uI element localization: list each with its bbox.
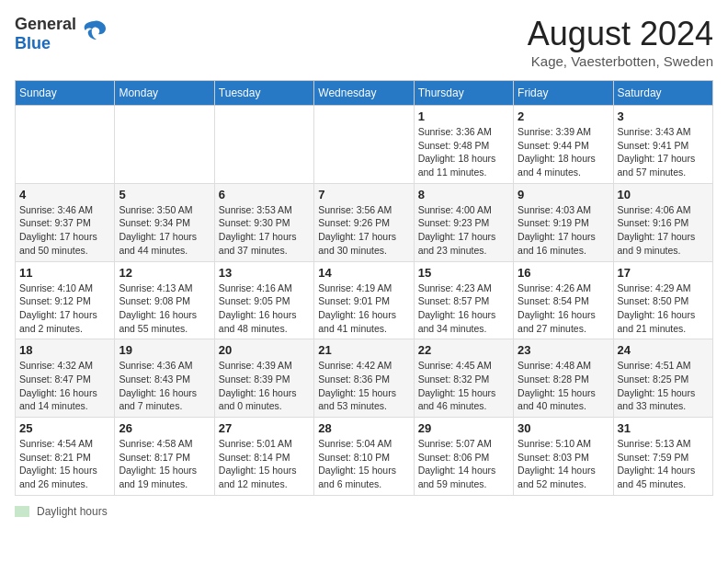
calendar-day-cell: 4Sunrise: 3:46 AM Sunset: 9:37 PM Daylig… xyxy=(16,183,115,261)
calendar-week-row: 1Sunrise: 3:36 AM Sunset: 9:48 PM Daylig… xyxy=(16,106,713,184)
day-number: 2 xyxy=(518,109,609,123)
calendar-day-cell: 26Sunrise: 4:58 AM Sunset: 8:17 PM Dayli… xyxy=(115,418,214,496)
calendar-week-row: 18Sunrise: 4:32 AM Sunset: 8:47 PM Dayli… xyxy=(16,339,713,418)
calendar-day-cell: 11Sunrise: 4:10 AM Sunset: 9:12 PM Dayli… xyxy=(16,261,115,339)
calendar-header-thursday: Thursday xyxy=(414,81,513,106)
calendar-day-cell: 23Sunrise: 4:48 AM Sunset: 8:28 PM Dayli… xyxy=(514,339,613,418)
day-info: Sunrise: 4:13 AM Sunset: 9:08 PM Dayligh… xyxy=(119,282,210,336)
day-number: 28 xyxy=(318,421,409,435)
day-info: Sunrise: 4:16 AM Sunset: 9:05 PM Dayligh… xyxy=(219,282,310,336)
day-info: Sunrise: 4:36 AM Sunset: 8:43 PM Dayligh… xyxy=(119,359,210,413)
calendar-day-cell: 18Sunrise: 4:32 AM Sunset: 8:47 PM Dayli… xyxy=(16,339,115,418)
day-number: 17 xyxy=(618,266,709,280)
calendar-table: SundayMondayTuesdayWednesdayThursdayFrid… xyxy=(15,80,713,496)
day-info: Sunrise: 5:04 AM Sunset: 8:10 PM Dayligh… xyxy=(318,437,409,491)
day-number: 25 xyxy=(19,421,110,435)
daylight-legend-color xyxy=(15,506,29,517)
day-info: Sunrise: 4:26 AM Sunset: 8:54 PM Dayligh… xyxy=(518,282,609,336)
calendar-day-cell: 10Sunrise: 4:06 AM Sunset: 9:16 PM Dayli… xyxy=(613,183,712,261)
calendar-header-friday: Friday xyxy=(514,81,613,106)
day-number: 5 xyxy=(119,188,210,201)
calendar-day-cell: 28Sunrise: 5:04 AM Sunset: 8:10 PM Dayli… xyxy=(314,418,414,496)
daylight-label: Daylight hours xyxy=(37,505,108,518)
day-number: 24 xyxy=(618,343,709,357)
day-number: 9 xyxy=(518,188,609,201)
calendar-day-cell: 2Sunrise: 3:39 AM Sunset: 9:44 PM Daylig… xyxy=(514,106,613,184)
day-number: 16 xyxy=(518,266,609,280)
day-info: Sunrise: 3:56 AM Sunset: 9:26 PM Dayligh… xyxy=(318,203,409,258)
day-number: 20 xyxy=(219,343,310,357)
page-title: August 2024 xyxy=(528,15,713,53)
day-info: Sunrise: 4:00 AM Sunset: 9:23 PM Dayligh… xyxy=(418,203,509,258)
calendar-day-cell xyxy=(16,106,115,184)
calendar-header-tuesday: Tuesday xyxy=(214,81,313,106)
calendar-day-cell: 15Sunrise: 4:23 AM Sunset: 8:57 PM Dayli… xyxy=(414,261,513,339)
day-info: Sunrise: 3:50 AM Sunset: 9:34 PM Dayligh… xyxy=(119,203,210,258)
calendar-day-cell: 8Sunrise: 4:00 AM Sunset: 9:23 PM Daylig… xyxy=(414,183,513,261)
calendar-day-cell: 19Sunrise: 4:36 AM Sunset: 8:43 PM Dayli… xyxy=(115,339,214,418)
day-number: 1 xyxy=(418,109,509,123)
day-number: 15 xyxy=(418,266,509,280)
header: General Blue August 2024 Kage, Vaesterbo… xyxy=(15,15,713,69)
day-info: Sunrise: 3:39 AM Sunset: 9:44 PM Dayligh… xyxy=(518,125,609,179)
calendar-day-cell: 14Sunrise: 4:19 AM Sunset: 9:01 PM Dayli… xyxy=(314,261,414,339)
day-info: Sunrise: 4:51 AM Sunset: 8:25 PM Dayligh… xyxy=(618,359,709,413)
calendar-day-cell: 31Sunrise: 5:13 AM Sunset: 7:59 PM Dayli… xyxy=(613,418,712,496)
calendar-day-cell: 16Sunrise: 4:26 AM Sunset: 8:54 PM Dayli… xyxy=(514,261,613,339)
calendar-day-cell xyxy=(115,106,214,184)
day-number: 6 xyxy=(219,188,310,201)
day-info: Sunrise: 4:45 AM Sunset: 8:32 PM Dayligh… xyxy=(418,359,509,413)
day-info: Sunrise: 4:10 AM Sunset: 9:12 PM Dayligh… xyxy=(19,282,110,336)
calendar-day-cell: 7Sunrise: 3:56 AM Sunset: 9:26 PM Daylig… xyxy=(314,183,414,261)
day-info: Sunrise: 5:07 AM Sunset: 8:06 PM Dayligh… xyxy=(418,437,509,491)
day-number: 8 xyxy=(418,188,509,201)
calendar-day-cell: 29Sunrise: 5:07 AM Sunset: 8:06 PM Dayli… xyxy=(414,418,513,496)
calendar-day-cell: 20Sunrise: 4:39 AM Sunset: 8:39 PM Dayli… xyxy=(214,339,313,418)
calendar-day-cell: 9Sunrise: 4:03 AM Sunset: 9:19 PM Daylig… xyxy=(514,183,613,261)
day-number: 11 xyxy=(19,266,110,280)
day-number: 31 xyxy=(618,421,709,435)
day-info: Sunrise: 3:46 AM Sunset: 9:37 PM Dayligh… xyxy=(19,203,110,258)
day-info: Sunrise: 4:58 AM Sunset: 8:17 PM Dayligh… xyxy=(119,437,210,491)
calendar-day-cell xyxy=(214,106,313,184)
calendar-day-cell: 12Sunrise: 4:13 AM Sunset: 9:08 PM Dayli… xyxy=(115,261,214,339)
day-info: Sunrise: 3:43 AM Sunset: 9:41 PM Dayligh… xyxy=(618,125,709,179)
day-info: Sunrise: 4:42 AM Sunset: 8:36 PM Dayligh… xyxy=(318,359,409,413)
title-area: August 2024 Kage, Vaesterbotten, Sweden xyxy=(528,15,713,69)
calendar-week-row: 4Sunrise: 3:46 AM Sunset: 9:37 PM Daylig… xyxy=(16,183,713,261)
day-info: Sunrise: 4:48 AM Sunset: 8:28 PM Dayligh… xyxy=(518,359,609,413)
day-number: 10 xyxy=(618,188,709,201)
calendar-day-cell: 25Sunrise: 4:54 AM Sunset: 8:21 PM Dayli… xyxy=(16,418,115,496)
calendar-day-cell: 1Sunrise: 3:36 AM Sunset: 9:48 PM Daylig… xyxy=(414,106,513,184)
day-info: Sunrise: 3:53 AM Sunset: 9:30 PM Dayligh… xyxy=(219,203,310,258)
day-number: 29 xyxy=(418,421,509,435)
day-number: 14 xyxy=(318,266,409,280)
day-info: Sunrise: 5:13 AM Sunset: 7:59 PM Dayligh… xyxy=(618,437,709,491)
day-number: 13 xyxy=(219,266,310,280)
day-number: 26 xyxy=(119,421,210,435)
day-info: Sunrise: 5:01 AM Sunset: 8:14 PM Dayligh… xyxy=(219,437,310,491)
day-number: 23 xyxy=(518,343,609,357)
calendar-header-wednesday: Wednesday xyxy=(314,81,414,106)
day-number: 12 xyxy=(119,266,210,280)
day-number: 30 xyxy=(518,421,609,435)
calendar-week-row: 25Sunrise: 4:54 AM Sunset: 8:21 PM Dayli… xyxy=(16,418,713,496)
day-number: 7 xyxy=(318,188,409,201)
calendar-header-monday: Monday xyxy=(115,81,214,106)
day-info: Sunrise: 4:03 AM Sunset: 9:19 PM Dayligh… xyxy=(518,203,609,258)
logo-general: General xyxy=(15,15,76,33)
day-info: Sunrise: 4:39 AM Sunset: 8:39 PM Dayligh… xyxy=(219,359,310,413)
logo-bird-icon xyxy=(80,19,108,49)
calendar-day-cell: 3Sunrise: 3:43 AM Sunset: 9:41 PM Daylig… xyxy=(613,106,712,184)
day-info: Sunrise: 5:10 AM Sunset: 8:03 PM Dayligh… xyxy=(518,437,609,491)
calendar-header-row: SundayMondayTuesdayWednesdayThursdayFrid… xyxy=(16,81,713,106)
day-info: Sunrise: 4:23 AM Sunset: 8:57 PM Dayligh… xyxy=(418,282,509,336)
day-number: 19 xyxy=(119,343,210,357)
day-info: Sunrise: 3:36 AM Sunset: 9:48 PM Dayligh… xyxy=(418,125,509,179)
calendar-day-cell: 22Sunrise: 4:45 AM Sunset: 8:32 PM Dayli… xyxy=(414,339,513,418)
calendar-day-cell: 30Sunrise: 5:10 AM Sunset: 8:03 PM Dayli… xyxy=(514,418,613,496)
day-number: 3 xyxy=(618,109,709,123)
day-number: 18 xyxy=(19,343,110,357)
day-info: Sunrise: 4:19 AM Sunset: 9:01 PM Dayligh… xyxy=(318,282,409,336)
calendar-day-cell xyxy=(314,106,414,184)
